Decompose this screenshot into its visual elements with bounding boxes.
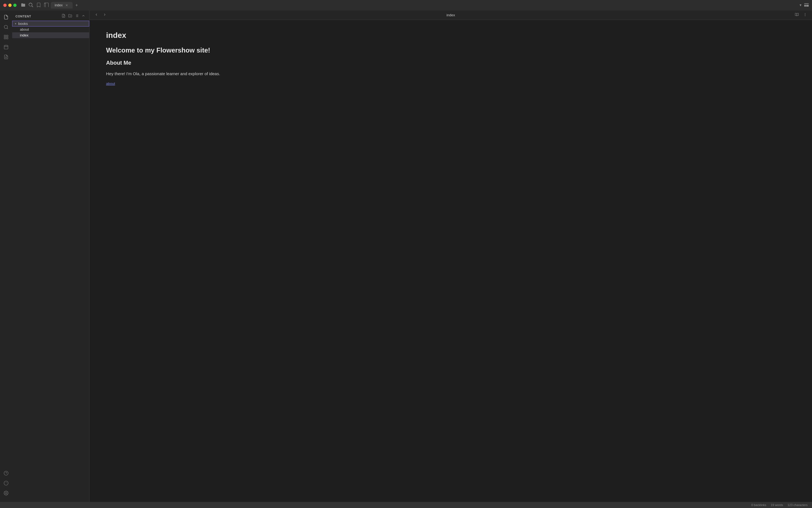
forward-button[interactable] [102,12,108,18]
new-tab-button[interactable]: + [74,3,80,8]
tab-index[interactable]: index ✕ [51,2,73,9]
tab-bar: index ✕ + [51,2,797,9]
new-file-icon[interactable] [61,13,66,19]
editor-h1: index [106,31,322,40]
titlebar-icons [21,3,49,8]
svg-point-0 [4,25,7,29]
svg-line-1 [7,28,8,29]
sidebar-item-label-index: index [20,33,29,37]
reader-view-button[interactable] [794,12,800,18]
titlebar-right: ▾ [800,3,809,8]
folder-icon[interactable] [21,3,26,8]
editor-area: index index W [90,10,812,502]
layout-icon[interactable] [44,3,49,8]
svg-point-17 [5,493,7,494]
svg-rect-3 [7,35,8,37]
toolbar-right [794,12,808,18]
svg-rect-2 [4,35,5,37]
svg-rect-4 [4,38,5,39]
editor-h3: About Me [106,60,322,66]
tab-close-button[interactable]: ✕ [65,3,69,7]
about-link[interactable]: about [106,82,115,86]
sidebar-title: content [15,15,31,18]
sidebar-item-index[interactable]: index [12,32,89,38]
activity-extensions[interactable] [2,33,10,41]
sidebar-folder-books[interactable]: ▼ books [12,21,89,27]
sidebar-item-label-about: about [20,27,29,32]
activity-info[interactable] [2,479,10,488]
titlebar: index ✕ + ▾ [0,0,812,10]
chevron-down-icon: ▼ [14,23,17,25]
traffic-lights [3,4,16,7]
editor-toolbar-title: index [110,13,792,17]
more-options-button[interactable] [802,12,808,18]
activity-files[interactable] [2,13,10,22]
svg-rect-6 [4,45,8,49]
sort-icon[interactable] [74,13,79,19]
backlinks-count: 0 backlinks [751,503,766,507]
collapse-icon[interactable] [81,13,86,19]
search-icon[interactable] [29,3,33,8]
main-area: content [0,10,812,502]
maximize-button[interactable] [13,4,16,7]
activity-bottom [2,469,10,500]
close-button[interactable] [3,4,7,7]
activity-bar [0,10,12,502]
dropdown-icon[interactable]: ▾ [800,3,802,8]
word-count: 19 words [771,503,783,507]
character-count: 123 characters [787,503,808,507]
svg-rect-5 [7,38,8,39]
sidebar-tree: ▼ books about index [12,21,89,502]
editor-toolbar: index [90,10,812,20]
status-bar: 0 backlinks 19 words 123 characters [0,502,812,508]
activity-search[interactable] [2,23,10,32]
activity-help-circle[interactable] [2,469,10,478]
activity-pages[interactable] [2,52,10,61]
sidebar-actions [61,13,86,19]
back-button[interactable] [93,12,99,18]
editor-paragraph: Hey there! I'm Ola, a passionate learner… [106,71,322,77]
sidebar: content [12,10,90,502]
activity-calendar[interactable] [2,43,10,51]
editor-content: index Welcome to my Flowershow site! Abo… [90,20,338,502]
folder-label: books [18,22,28,26]
activity-settings[interactable] [2,489,10,498]
editor-h2: Welcome to my Flowershow site! [106,46,322,54]
bookmark-icon[interactable] [37,3,41,8]
minimize-button[interactable] [8,4,12,7]
tab-label: index [55,3,63,7]
svg-point-12 [4,471,8,475]
new-folder-icon[interactable] [68,13,73,19]
sidebar-item-about[interactable]: about [12,27,89,32]
split-editor-icon[interactable] [804,3,809,8]
sidebar-header: content [12,10,89,21]
